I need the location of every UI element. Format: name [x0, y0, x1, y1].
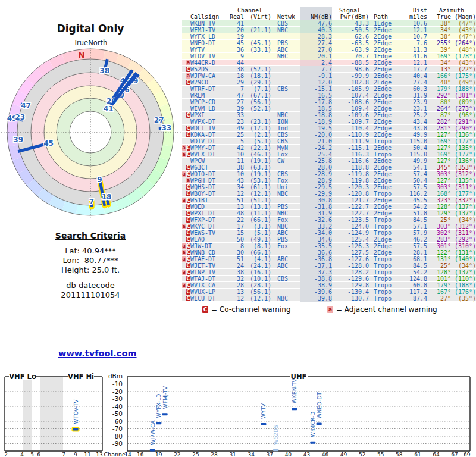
cell-noise-margin: 2.4: [300, 60, 332, 66]
cell-noise-margin: -38.8: [300, 276, 332, 282]
cell-azimuth-magnetic: (47°): [451, 33, 476, 40]
cell-network: [271, 105, 300, 112]
cell-power: -99.9: [332, 73, 369, 79]
cell-noise-margin: -34.6: [300, 236, 332, 243]
warning-markers: aC: [182, 256, 190, 262]
station-label-wyfx-ld: WYFX-LD: [156, 394, 162, 418]
cell-distance-miles: 87.4: [400, 295, 427, 302]
search-lon: Lon: -80.77***: [34, 256, 147, 265]
cell-callsign: W29CO: [190, 79, 228, 86]
cell-azimuth-true: 345°: [427, 164, 451, 171]
cell-power: -118.8: [332, 164, 369, 171]
cell-path: 2Edge: [369, 66, 400, 73]
cell-azimuth-true: 301°: [427, 243, 451, 249]
cell-path: 2Edge: [369, 145, 400, 151]
cell-network: [271, 33, 300, 40]
cell-distance-miles: 116.2: [400, 190, 427, 197]
cell-noise-margin: -39.8: [300, 295, 332, 302]
cell-real-channel: 32: [228, 276, 244, 282]
cell-real-channel: 50: [228, 236, 244, 243]
cell-distance-miles: 84.5: [400, 262, 427, 269]
channel-tick-label: 31: [229, 452, 236, 457]
channel-tick-label: 34: [248, 452, 255, 457]
cell-virtual-channel: [244, 53, 271, 60]
station-table: ==Channel== ========Signal======== Dist …: [182, 7, 476, 302]
cell-noise-margin: -29.9: [300, 190, 332, 197]
cell-power: -119.8: [332, 177, 369, 184]
cell-path: Tropo: [369, 190, 400, 197]
channel-tick-label: 49: [340, 452, 347, 457]
warning-markers: aC: [182, 171, 190, 177]
cell-virtual-channel: (10.1): [244, 276, 271, 282]
cell-distance-miles: 84.5: [400, 217, 427, 223]
cell-azimuth-true: 101°: [427, 276, 451, 282]
station-row-w29co: CW29CO29(29.1)-12.0-102.82Edge27.440°(49…: [182, 79, 476, 86]
cell-distance-miles: 49.9: [400, 132, 427, 138]
polar-chart-title: Digital Only: [1, 23, 180, 35]
spoke-channel-label: 47: [21, 102, 31, 110]
dbm-tick-label: -80: [112, 433, 123, 440]
station-row-wvfx-dt: aCWVFX-DT10(46.1)Fox-25.4-116.3Tropo115.…: [182, 151, 476, 158]
warning-markers: [182, 99, 190, 105]
tvfool-link[interactable]: www.tvfool.com: [58, 349, 137, 358]
cell-azimuth-true: 40°: [427, 79, 451, 86]
co-channel-warning-icon: C: [186, 132, 190, 137]
adjacent-channel-warning-icon: a: [182, 250, 186, 255]
cell-real-channel: 43: [228, 177, 244, 184]
dbm-tick-label: -20: [112, 388, 123, 395]
cell-real-channel: 30: [228, 249, 244, 256]
warning-markers: C: [182, 295, 190, 302]
search-height: Height: 25.0 ft.: [34, 265, 147, 275]
cell-path: 2Edge: [369, 236, 400, 243]
cell-noise-margin: -28.9: [300, 177, 332, 184]
warning-markers: aC: [182, 197, 190, 204]
cell-power: -125.4: [332, 236, 369, 243]
adjacent-channel-warning-icon: a: [182, 243, 186, 249]
cell-path: Tropo: [369, 282, 400, 289]
cell-power: -126.3: [332, 243, 369, 249]
cell-noise-margin: -12.0: [300, 79, 332, 86]
cell-callsign: WVUX-LP: [190, 289, 228, 295]
dbm-tick-label: -60: [112, 418, 123, 425]
spoke-channel-label: 9: [97, 176, 102, 184]
cell-path: 2Edge: [369, 210, 400, 217]
adjacent-channel-warning-icon: a: [182, 270, 186, 275]
cell-azimuth-true: 87°: [427, 112, 451, 118]
cell-path: Tropo: [369, 276, 400, 282]
cell-noise-margin: -36.6: [300, 249, 332, 256]
cell-azimuth-magnetic: (43°): [451, 60, 476, 66]
station-row-wpcp-cd: WPCP-CD27(56.1)-17.8-108.62Edge23.980°(8…: [182, 99, 476, 105]
spoke-channel-label: 39: [13, 136, 23, 144]
cell-azimuth-magnetic: (312°): [451, 171, 476, 177]
cell-power: -128.2: [332, 269, 369, 276]
station-row-wdli-tv: CWDLI-TV49(17.1)Ind-19.5-110.42Edge43.82…: [182, 125, 476, 132]
cell-path: 2Edge: [369, 164, 400, 171]
warning-markers: [182, 118, 190, 125]
cell-azimuth-magnetic: (34°): [451, 217, 476, 223]
station-row-wnnb-cd: aCWNNB-CD30(66.1)-36.6-127.52Edge28.1122…: [182, 249, 476, 256]
cell-power: -88.5: [332, 60, 369, 66]
cell-noise-margin: -25.4: [300, 151, 332, 158]
cell-path: 2Edge: [369, 171, 400, 177]
cell-network: [271, 164, 300, 171]
cell-noise-margin: -31.8: [300, 204, 332, 210]
channel-tick-label: 6: [37, 452, 40, 457]
channel-tick-label: 46: [322, 452, 329, 457]
cell-noise-margin: 27.0: [300, 46, 332, 53]
cell-azimuth-true: 283°: [427, 236, 451, 243]
cell-power: -120.8: [332, 190, 369, 197]
cell-azimuth-magnetic: (47°): [451, 20, 476, 27]
header-group-channel: ==Channel==: [228, 7, 271, 14]
warning-markers: [182, 40, 190, 46]
station-marker-wjpw-ca: [150, 449, 155, 452]
cell-network: PBS: [271, 40, 300, 46]
co-channel-warning-icon: C: [186, 237, 190, 242]
cell-power: -63.9: [332, 46, 369, 53]
cell-noise-margin: -32.6: [300, 217, 332, 223]
cell-power: -107.4: [332, 92, 369, 99]
cell-path: 2Edge: [369, 86, 400, 92]
cell-noise-margin: -39.6: [300, 289, 332, 295]
station-row-woio-dt: aCWOIO-DT10(19.1)CBS-28.9-119.82Edge57.4…: [182, 171, 476, 177]
cell-power: -115.1: [332, 145, 369, 151]
dbm-tick-label: -30: [112, 395, 123, 402]
